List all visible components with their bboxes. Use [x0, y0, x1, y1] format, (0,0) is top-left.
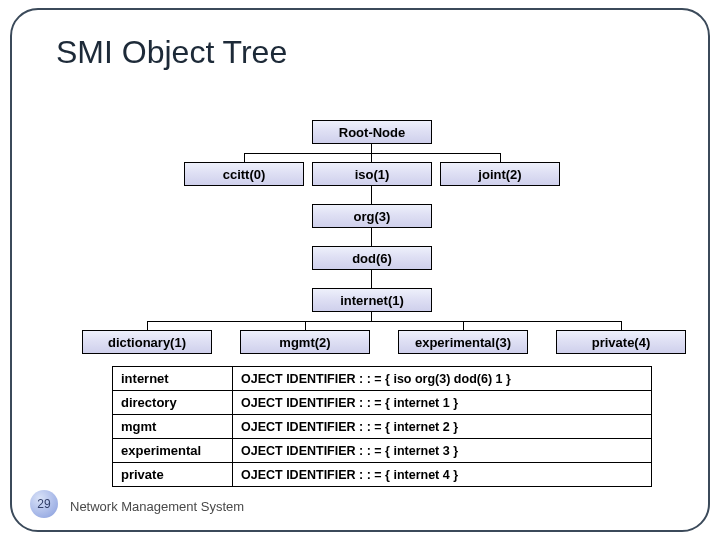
connector — [621, 321, 622, 330]
def-name: experimental — [113, 439, 233, 463]
def-name: private — [113, 463, 233, 487]
connector — [371, 144, 372, 153]
node-iso: iso(1) — [312, 162, 432, 186]
connector — [305, 321, 306, 330]
node-joint: joint(2) — [440, 162, 560, 186]
page-number: 29 — [30, 490, 58, 518]
connector — [371, 312, 372, 321]
connector — [500, 153, 501, 162]
def-name: internet — [113, 367, 233, 391]
node-private: private(4) — [556, 330, 686, 354]
def-value: OJECT IDENTIFIER : : = { iso org(3) dod(… — [233, 367, 652, 391]
connector — [147, 321, 621, 322]
def-name: mgmt — [113, 415, 233, 439]
node-mgmt: mgmt(2) — [240, 330, 370, 354]
table-row: private OJECT IDENTIFIER : : = { interne… — [113, 463, 652, 487]
connector — [147, 321, 148, 330]
node-internet: internet(1) — [312, 288, 432, 312]
definition-table: internet OJECT IDENTIFIER : : = { iso or… — [112, 366, 652, 487]
def-name: directory — [113, 391, 233, 415]
table-row: directory OJECT IDENTIFIER : : = { inter… — [113, 391, 652, 415]
def-value: OJECT IDENTIFIER : : = { internet 1 } — [233, 391, 652, 415]
def-value: OJECT IDENTIFIER : : = { internet 4 } — [233, 463, 652, 487]
def-value: OJECT IDENTIFIER : : = { internet 2 } — [233, 415, 652, 439]
connector — [371, 228, 372, 246]
node-dod: dod(6) — [312, 246, 432, 270]
connector — [244, 153, 245, 162]
slide-frame: SMI Object Tree Root-Node ccitt(0) iso(1… — [10, 8, 710, 532]
connector — [371, 186, 372, 204]
node-ccitt: ccitt(0) — [184, 162, 304, 186]
connector — [463, 321, 464, 330]
table-row: internet OJECT IDENTIFIER : : = { iso or… — [113, 367, 652, 391]
connector — [371, 270, 372, 288]
table-row: experimental OJECT IDENTIFIER : : = { in… — [113, 439, 652, 463]
footer-text: Network Management System — [70, 499, 244, 514]
node-root: Root-Node — [312, 120, 432, 144]
slide-title: SMI Object Tree — [56, 34, 670, 71]
node-experimental: experimental(3) — [398, 330, 528, 354]
node-dictionary: dictionary(1) — [82, 330, 212, 354]
def-value: OJECT IDENTIFIER : : = { internet 3 } — [233, 439, 652, 463]
table-row: mgmt OJECT IDENTIFIER : : = { internet 2… — [113, 415, 652, 439]
node-org: org(3) — [312, 204, 432, 228]
connector — [371, 153, 372, 162]
connector — [244, 153, 500, 154]
